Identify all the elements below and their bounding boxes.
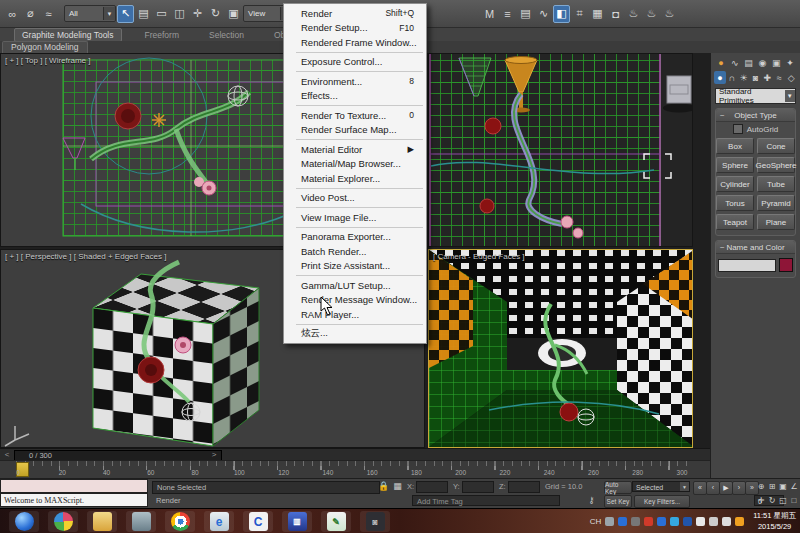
select-and-link-icon[interactable]: ∞: [4, 5, 21, 23]
my-computer-app[interactable]: [126, 511, 156, 532]
Freeform[interactable]: Freeform: [138, 29, 186, 41]
tab-polygon-modeling[interactable]: Polygon Modeling: [2, 41, 88, 53]
Teapot[interactable]: Teapot: [716, 214, 754, 230]
Selection[interactable]: Selection: [202, 29, 251, 41]
pan-icon[interactable]: ✛: [756, 495, 766, 506]
GeoSphere[interactable]: GeoSphere: [757, 157, 795, 173]
Video Post...[interactable]: Video Post...: [284, 191, 426, 206]
set-key-button[interactable]: Set Key: [604, 495, 632, 508]
tray-expand-icon[interactable]: [631, 517, 640, 526]
utilities-tab-icon[interactable]: ✦: [784, 56, 796, 69]
Environment...[interactable]: Environment...8: [284, 74, 426, 89]
unlink-selection-icon[interactable]: ⌀: [22, 5, 39, 23]
internet-explorer-app[interactable]: e: [204, 511, 234, 532]
render-production-icon[interactable]: ♨: [625, 5, 642, 23]
zoom-all-icon[interactable]: ⊞: [767, 481, 777, 492]
zoom-region-icon[interactable]: ◱: [778, 495, 788, 506]
tray-security-red-icon[interactable]: [644, 517, 653, 526]
select-object-icon[interactable]: ↖: [117, 5, 134, 23]
object-type-rollout-header[interactable]: − Object Type: [716, 109, 795, 122]
absolute-mode-icon[interactable]: ▦: [392, 481, 403, 492]
selection-set-dropdown[interactable]: Selected ▼: [632, 481, 690, 492]
render-iterative-icon[interactable]: ♨: [643, 5, 660, 23]
select-and-scale-icon[interactable]: ▣: [225, 5, 242, 23]
helpers-icon[interactable]: ✚: [761, 71, 773, 84]
Render Setup...[interactable]: Render Setup...F10: [284, 21, 426, 36]
select-by-name-icon[interactable]: ▤: [135, 5, 152, 23]
x-coordinate-field[interactable]: [416, 481, 448, 493]
rectangular-selection-icon[interactable]: ▭: [153, 5, 170, 23]
Sphere[interactable]: Sphere: [716, 157, 754, 173]
ime-indicator[interactable]: CH: [590, 517, 602, 526]
systems-icon[interactable]: ◇: [785, 71, 797, 84]
Plane[interactable]: Plane: [757, 214, 795, 230]
Batch Render...[interactable]: Batch Render...: [284, 244, 426, 259]
Render Surface Map...[interactable]: Render Surface Map...: [284, 123, 426, 138]
display-tab-icon[interactable]: ▣: [770, 56, 782, 69]
next-frame-button[interactable]: ›: [732, 481, 746, 495]
play-button[interactable]: ▶: [719, 481, 733, 495]
material-editor-icon[interactable]: ◧: [553, 5, 570, 23]
manage-layers-icon[interactable]: ▤: [517, 5, 534, 23]
auto-key-button[interactable]: Auto Key: [604, 481, 632, 494]
zoom-icon[interactable]: ⊕: [756, 481, 766, 492]
frame-next-arrow[interactable]: >: [209, 450, 219, 460]
object-color-swatch[interactable]: [779, 258, 793, 272]
chrome-app[interactable]: [165, 511, 195, 532]
taskbar-clock[interactable]: 11:51 星期五 2015/5/29: [748, 511, 796, 531]
curve-editor-icon[interactable]: ∿: [535, 5, 552, 23]
space-warps-icon[interactable]: ≈: [773, 71, 785, 84]
timeline-ruler[interactable]: 0204060801001201401601802002202402602803…: [0, 460, 710, 479]
tray-flag-icon[interactable]: [696, 517, 705, 526]
Graphite Modeling Tools[interactable]: Graphite Modeling Tools: [14, 28, 122, 42]
c-viewer-app[interactable]: C: [243, 511, 273, 532]
Exposure Control...[interactable]: Exposure Control...: [284, 55, 426, 70]
zoom-extents-icon[interactable]: ▣: [778, 481, 788, 492]
maxscript-listener-white[interactable]: Welcome to MAXScript.: [0, 493, 148, 507]
tray-help-icon[interactable]: [618, 517, 627, 526]
tray-shield-icon[interactable]: [657, 517, 666, 526]
geometry-type-dropdown[interactable]: Standard Primitives ▼: [715, 88, 796, 104]
frame-prev-arrow[interactable]: <: [2, 450, 12, 460]
Material/Map Browser...[interactable]: Material/Map Browser...: [284, 157, 426, 172]
viewport-camera-label[interactable]: [ Camera - Edged Faces ]: [433, 252, 525, 261]
shapes-icon[interactable]: ∩: [726, 71, 738, 84]
Render To Texture...[interactable]: Render To Texture...0: [284, 108, 426, 123]
create-tab-icon[interactable]: ●: [715, 56, 727, 69]
floppy-save-app[interactable]: ▥: [282, 511, 312, 532]
pinwheel-app[interactable]: [48, 511, 78, 532]
Torus[interactable]: Torus: [716, 195, 754, 211]
Material Explorer...[interactable]: Material Explorer...: [284, 171, 426, 186]
arc-rotate-icon[interactable]: ↻: [767, 495, 777, 506]
Render[interactable]: RenderShift+Q: [284, 6, 426, 21]
Pyramid[interactable]: Pyramid: [757, 195, 795, 211]
y-coordinate-field[interactable]: [462, 481, 494, 493]
recorder-app[interactable]: ◙: [360, 511, 390, 532]
window-crossing-icon[interactable]: ◫: [171, 5, 188, 23]
motion-tab-icon[interactable]: ◉: [756, 56, 768, 69]
add-time-tag-field[interactable]: Add Time Tag: [412, 495, 560, 506]
go-to-start-button[interactable]: «: [693, 481, 707, 495]
Panorama Exporter...[interactable]: Panorama Exporter...: [284, 230, 426, 245]
maxscript-listener-pink[interactable]: [0, 479, 148, 493]
viewport-top-label[interactable]: [ + ] [ Top ] [ Wireframe ]: [5, 56, 90, 65]
mirror-icon[interactable]: M: [481, 5, 498, 23]
maximize-viewport-icon[interactable]: □: [789, 495, 799, 506]
Print Size Assistant...[interactable]: Print Size Assistant...: [284, 259, 426, 274]
modify-tab-icon[interactable]: ∿: [729, 56, 741, 69]
tray-window-icon[interactable]: [709, 517, 718, 526]
viewport-camera-render[interactable]: [ Camera - Edged Faces ]: [428, 249, 693, 448]
Effects...[interactable]: Effects...: [284, 89, 426, 104]
schematic-view-icon[interactable]: ⌗: [571, 5, 588, 23]
View Image File...[interactable]: View Image File...: [284, 210, 426, 225]
Rendered Frame Window...[interactable]: Rendered Frame Window...: [284, 35, 426, 50]
Box[interactable]: Box: [716, 138, 754, 154]
key-filters-button[interactable]: Key Filters...: [634, 495, 690, 508]
Gamma/LUT Setup...[interactable]: Gamma/LUT Setup...: [284, 278, 426, 293]
Tube[interactable]: Tube: [757, 176, 795, 192]
autogrid-checkbox[interactable]: [733, 124, 743, 134]
selection-filter-dropdown[interactable]: All ▼: [64, 5, 116, 22]
bind-to-space-warp-icon[interactable]: ≈: [40, 5, 57, 23]
z-coordinate-field[interactable]: [508, 481, 540, 493]
rendered-frame-window-icon[interactable]: ◘: [607, 5, 624, 23]
